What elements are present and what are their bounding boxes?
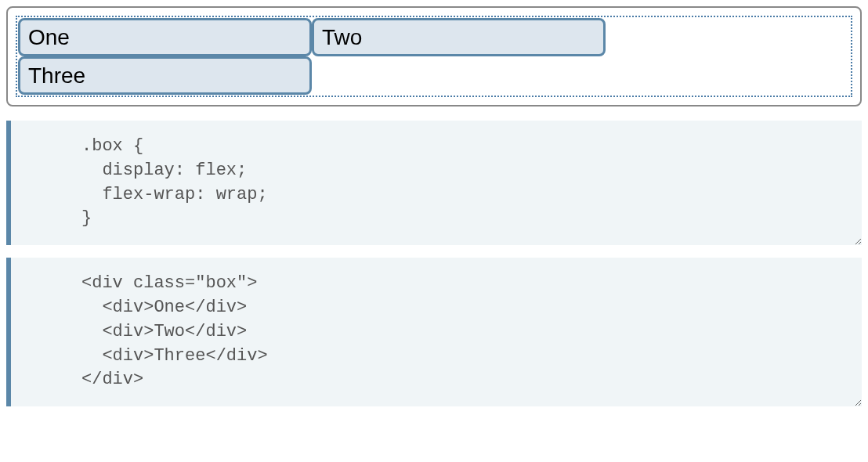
flex-box: One Two Three bbox=[16, 16, 852, 97]
flex-item-one: One bbox=[18, 18, 312, 56]
css-code-block[interactable]: .box { display: flex; flex-wrap: wrap; } bbox=[6, 121, 862, 245]
flex-item-two: Two bbox=[312, 18, 606, 56]
demo-container: One Two Three bbox=[6, 6, 862, 106]
html-code-block[interactable]: <div class="box"> <div>One</div> <div>Tw… bbox=[6, 258, 862, 406]
flex-item-three: Three bbox=[18, 56, 312, 95]
